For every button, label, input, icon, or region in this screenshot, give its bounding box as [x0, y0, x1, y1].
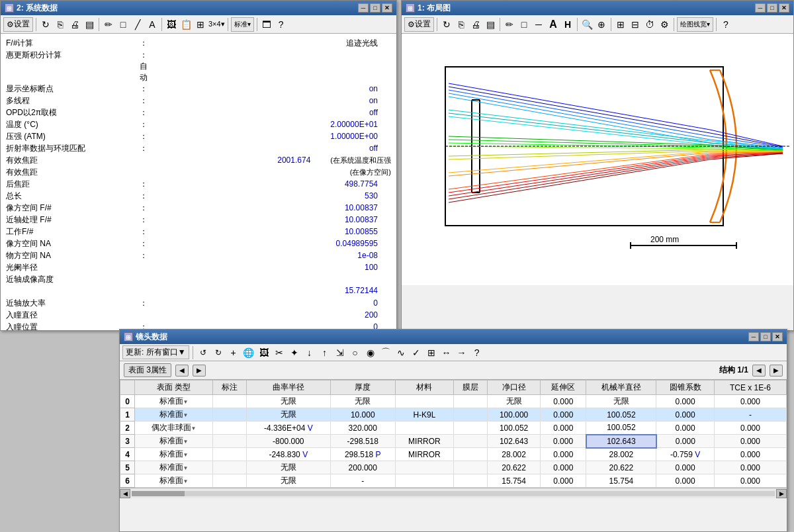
layout-rect-icon[interactable]: □	[517, 18, 531, 31]
row4-type[interactable]: 标准面▼	[135, 448, 213, 461]
sysdata-maximize[interactable]: □	[370, 3, 380, 13]
row3-conic[interactable]: 0.000	[656, 435, 715, 448]
hscroll-right-btn[interactable]: ▶	[776, 489, 787, 498]
row3-mech[interactable]: 102.643	[586, 435, 656, 448]
row0-tce[interactable]: 0.000	[714, 395, 786, 408]
row0-note[interactable]	[213, 395, 247, 408]
row1-mech[interactable]: 100.052	[586, 408, 656, 421]
hscroll-thumb[interactable]	[132, 491, 185, 496]
row2-tce[interactable]: 0.000	[714, 421, 786, 435]
ld-help-icon[interactable]: ?	[470, 346, 484, 359]
row2-radius[interactable]: -4.336E+04 V	[246, 421, 330, 435]
row5-tce[interactable]: 0.000	[714, 461, 786, 474]
row6-note[interactable]	[213, 474, 247, 488]
row1-radius[interactable]: 无限	[246, 408, 330, 421]
row4-thickness[interactable]: 298.518 P	[330, 448, 395, 461]
row5-mech[interactable]: 20.622	[586, 461, 656, 474]
layout-copy-icon[interactable]: ⎘	[455, 18, 468, 31]
help-icon[interactable]: ?	[275, 18, 288, 31]
row5-type[interactable]: 标准面▼	[135, 461, 213, 474]
row1-ext[interactable]: 0.000	[541, 408, 586, 421]
row4-ext[interactable]: 0.000	[541, 448, 586, 461]
col-conic[interactable]: 圆锥系数	[656, 380, 715, 395]
grid-icon[interactable]: ⊞	[194, 18, 207, 31]
row0-coating[interactable]	[454, 395, 488, 408]
row0-material[interactable]	[395, 395, 454, 408]
col-type[interactable]: 表面 类型	[135, 380, 213, 395]
row4-aperture[interactable]: 28.002	[487, 448, 540, 461]
ld-grid-icon[interactable]: ⊞	[425, 346, 438, 359]
settings-btn[interactable]: ⚙ 设置	[3, 17, 33, 32]
draw-icon[interactable]: ✏	[102, 18, 115, 31]
row4-material[interactable]: MIRROR	[395, 448, 454, 461]
row3-ext[interactable]: 0.000	[541, 435, 586, 448]
lensdata-maximize[interactable]: □	[760, 332, 771, 341]
row2-conic[interactable]: 0.000	[656, 421, 715, 435]
row2-mech[interactable]: 100.052	[586, 421, 656, 435]
row2-aperture[interactable]: 100.052	[487, 421, 540, 435]
ld-cut-icon[interactable]: ✂	[273, 346, 286, 359]
layout-search-icon[interactable]: 🔍	[580, 18, 594, 31]
line-icon[interactable]: ╱	[131, 18, 144, 31]
ld-import-icon[interactable]: ⇲	[333, 346, 347, 359]
layout-linewidth-btn[interactable]: 绘图线宽▾	[677, 17, 713, 32]
row3-aperture[interactable]: 102.643	[487, 435, 540, 448]
row5-ext[interactable]: 0.000	[541, 461, 586, 474]
col-material[interactable]: 材料	[395, 380, 454, 395]
row1-note[interactable]	[213, 408, 247, 421]
row4-coating[interactable]	[454, 448, 488, 461]
ld-star-icon[interactable]: ✦	[288, 346, 301, 359]
row6-type[interactable]: 标准面▼	[135, 474, 213, 488]
ld-img-icon[interactable]: 🖼	[257, 346, 271, 359]
layout-refresh-icon[interactable]: ↻	[440, 18, 453, 31]
row1-thickness[interactable]: 10.000	[330, 408, 395, 421]
print2-icon[interactable]: ▤	[83, 18, 96, 31]
layout-close[interactable]: ✕	[779, 3, 789, 13]
ld-circle-icon[interactable]: ○	[349, 346, 362, 359]
row2-note[interactable]	[213, 421, 247, 435]
row6-thickness[interactable]: -	[330, 474, 395, 488]
copy-icon[interactable]: ⎘	[54, 18, 67, 31]
row1-tce[interactable]: -	[714, 408, 786, 421]
row5-coating[interactable]	[454, 461, 488, 474]
layout-textA-icon[interactable]: A	[547, 18, 560, 31]
layout-print-icon[interactable]: 🖨	[469, 18, 482, 31]
layout-zoom-icon[interactable]: ⊕	[595, 18, 608, 31]
print-icon[interactable]: 🖨	[68, 18, 81, 31]
row6-mech[interactable]: 15.754	[586, 474, 656, 488]
layout-grid2-icon[interactable]: ⊞	[614, 18, 627, 31]
row4-mech[interactable]: 28.002	[586, 448, 656, 461]
row4-tce[interactable]: 0.000	[714, 448, 786, 461]
ld-wave-icon[interactable]: ∿	[394, 346, 408, 359]
window-icon[interactable]: 🗖	[260, 18, 273, 31]
ld-up-icon[interactable]: ↑	[318, 346, 331, 359]
row3-thickness[interactable]: -298.518	[330, 435, 395, 448]
row2-type[interactable]: 偶次非球面▼	[135, 421, 213, 435]
row1-conic[interactable]: 0.000	[656, 408, 715, 421]
row3-type[interactable]: 标准面▼	[135, 435, 213, 448]
row6-aperture[interactable]: 15.754	[487, 474, 540, 488]
row1-aperture[interactable]: 100.000	[487, 408, 540, 421]
img2-icon[interactable]: 📋	[179, 18, 193, 31]
col-mech[interactable]: 机械半直径	[586, 380, 656, 395]
layout-settings2-icon[interactable]: ⚙	[658, 18, 671, 31]
row6-conic[interactable]: 0.000	[656, 474, 715, 488]
row0-ext[interactable]: 0.000	[541, 395, 586, 408]
row2-thickness[interactable]: 320.000	[330, 421, 395, 435]
layout-help-icon[interactable]: ?	[719, 18, 732, 31]
ld-arrowlr-icon[interactable]: ↔	[440, 346, 453, 359]
row3-radius[interactable]: -800.000	[246, 435, 330, 448]
layout-clock-icon[interactable]: ⏱	[643, 18, 656, 31]
row2-material[interactable]	[395, 421, 454, 435]
row6-material[interactable]	[395, 474, 454, 488]
row5-aperture[interactable]: 20.622	[487, 461, 540, 474]
struct-prev-btn[interactable]: ◀	[752, 365, 766, 377]
ld-refresh2-icon[interactable]: ↻	[212, 346, 225, 359]
rect-icon[interactable]: □	[116, 18, 130, 31]
layout-maximize[interactable]: □	[767, 3, 777, 13]
col-note[interactable]: 标注	[213, 380, 247, 395]
standard-btn[interactable]: 标准▾	[231, 17, 254, 32]
ld-check-icon[interactable]: ✓	[410, 346, 423, 359]
row1-type[interactable]: 标准面▼	[135, 408, 213, 421]
row4-note[interactable]	[213, 448, 247, 461]
